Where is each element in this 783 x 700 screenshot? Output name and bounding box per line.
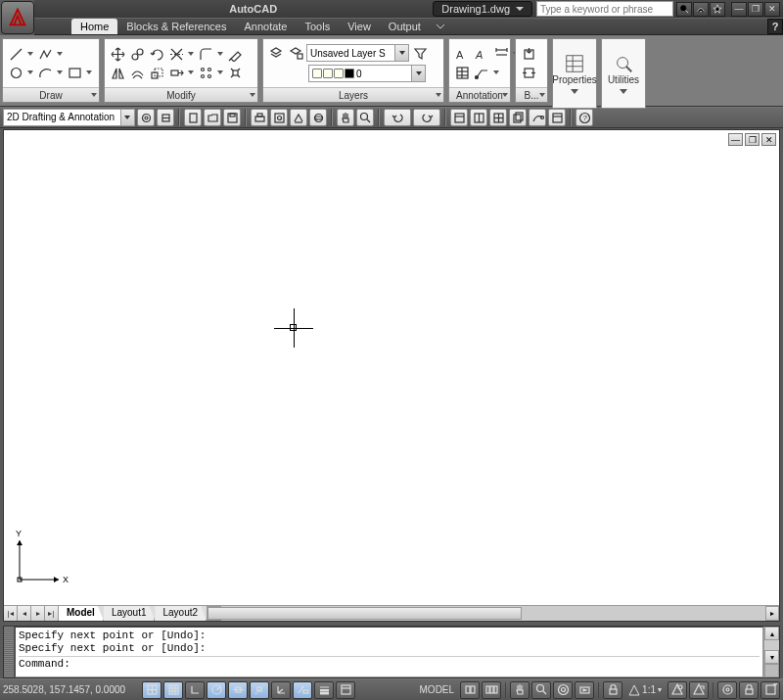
chevron-down-icon[interactable] [394, 45, 408, 61]
undo-icon[interactable] [384, 109, 411, 126]
array-dropdown[interactable] [216, 64, 224, 81]
move-icon[interactable] [109, 45, 126, 63]
zoom-icon[interactable] [356, 109, 374, 126]
polar-toggle[interactable] [207, 681, 226, 699]
otrack-toggle[interactable] [250, 681, 269, 699]
tab-layout2[interactable]: Layout2 [155, 606, 207, 621]
rectangle-icon[interactable] [66, 64, 83, 81]
offset-icon[interactable] [128, 64, 146, 81]
layer-filter-icon[interactable] [411, 44, 429, 62]
tool-palettes-icon[interactable] [489, 109, 507, 126]
layer-state-dropdown[interactable]: Unsaved Layer S [306, 44, 409, 62]
erase-icon[interactable] [226, 45, 244, 63]
create-block-icon[interactable] [520, 64, 537, 81]
properties-button[interactable]: Properties [552, 38, 597, 109]
tab-next-icon[interactable]: ▸ [31, 606, 45, 621]
ortho-toggle[interactable] [185, 681, 205, 699]
doc-close-button[interactable]: ✕ [761, 133, 776, 146]
circle-dropdown[interactable] [26, 64, 34, 81]
redo-icon[interactable] [413, 109, 440, 126]
save-icon[interactable] [223, 109, 241, 126]
publish-icon[interactable] [290, 109, 307, 126]
workspace-switch-icon[interactable] [717, 681, 737, 699]
polyline-icon[interactable] [36, 45, 54, 63]
print-icon[interactable] [251, 109, 268, 126]
annotation-scale[interactable]: 1:1 ▾ [624, 684, 666, 696]
minimize-button[interactable]: — [731, 2, 747, 17]
scroll-down-icon[interactable]: ▾ [764, 650, 779, 664]
toolbar-lock-icon[interactable] [739, 681, 759, 699]
polyline-dropdown[interactable] [56, 45, 64, 63]
line-dropdown[interactable] [26, 45, 34, 63]
trim-dropdown[interactable] [187, 45, 195, 63]
markup-icon[interactable] [529, 109, 546, 126]
tab-model[interactable]: Model [59, 606, 104, 621]
dimension-icon[interactable] [492, 45, 510, 63]
annoscale-lock-icon[interactable] [603, 681, 622, 699]
showmotion-icon[interactable] [575, 681, 594, 699]
tab-layout1[interactable]: Layout1 [104, 606, 156, 621]
help-button[interactable]: ? [767, 19, 783, 34]
design-center-icon[interactable] [470, 109, 487, 126]
chevron-down-icon[interactable] [411, 66, 425, 81]
command-scrollbar[interactable]: ▴ ▾ [763, 627, 779, 677]
dyn-toggle[interactable] [293, 681, 312, 699]
fillet-dropdown[interactable] [216, 45, 224, 63]
copy-icon[interactable] [128, 45, 146, 63]
new-icon[interactable] [184, 109, 202, 126]
help-icon[interactable]: ? [576, 109, 593, 126]
scroll-up-icon[interactable]: ▴ [764, 627, 779, 640]
tab-home[interactable]: Home [71, 19, 117, 34]
favorites-icon[interactable] [710, 2, 725, 17]
open-icon[interactable] [204, 109, 221, 126]
leader-icon[interactable] [473, 64, 490, 81]
tab-last-icon[interactable]: ▸| [45, 606, 59, 621]
scroll-right-icon[interactable]: ▸ [765, 606, 779, 621]
annoauto-toggle[interactable] [689, 681, 709, 699]
lwt-toggle[interactable] [314, 681, 334, 699]
panel-modify-title[interactable]: Modify [105, 87, 257, 102]
panel-annotation-title[interactable]: Annotation [449, 87, 510, 102]
circle-icon[interactable] [7, 64, 24, 81]
stretch-dropdown[interactable] [187, 64, 195, 81]
steering-wheel-icon[interactable] [553, 681, 573, 699]
pan-status-icon[interactable] [510, 681, 530, 699]
quickview-drawings-icon[interactable] [482, 681, 501, 699]
pan-icon[interactable] [337, 109, 354, 126]
workspace-lock-icon[interactable] [157, 109, 174, 126]
tab-prev-icon[interactable]: ◂ [18, 606, 31, 621]
trim-icon[interactable] [167, 45, 185, 63]
utilities-button[interactable]: Utilities [601, 38, 646, 109]
tab-first-icon[interactable]: |◂ [4, 606, 18, 621]
mirror-icon[interactable] [109, 64, 126, 81]
panel-draw-title[interactable]: Draw [3, 87, 99, 102]
text-icon[interactable]: A [473, 45, 490, 63]
array-icon[interactable] [197, 64, 214, 81]
leader-dropdown[interactable] [492, 64, 500, 81]
ribbon-overflow-icon[interactable] [434, 19, 447, 34]
document-tab[interactable]: Drawing1.dwg [433, 1, 532, 17]
scale-icon[interactable] [148, 64, 165, 81]
search-input[interactable] [536, 1, 673, 17]
osnap-toggle[interactable] [228, 681, 248, 699]
explode-icon[interactable] [226, 64, 244, 81]
app-logo[interactable] [1, 1, 34, 34]
arc-dropdown[interactable] [56, 64, 64, 81]
stretch-icon[interactable] [167, 64, 185, 81]
maximize-button[interactable]: ❐ [748, 2, 763, 17]
tab-tools[interactable]: Tools [297, 19, 340, 34]
chevron-down-icon[interactable] [120, 110, 134, 125]
qp-toggle[interactable] [336, 681, 355, 699]
tab-output[interactable]: Output [380, 19, 430, 34]
plot-preview-icon[interactable] [270, 109, 288, 126]
quickview-layouts-icon[interactable] [460, 681, 480, 699]
horizontal-scrollbar[interactable]: ◂ ▸ [207, 606, 779, 621]
doc-minimize-button[interactable]: — [728, 133, 743, 146]
panel-block-title[interactable]: B... [516, 87, 547, 102]
arc-icon[interactable] [36, 64, 54, 81]
quickcalc-icon[interactable] [548, 109, 566, 126]
doc-restore-button[interactable]: ❐ [745, 133, 760, 146]
drawing-area[interactable]: — ❐ ✕ X Y |◂ ◂ ▸ ▸| Model Layout1 Layout… [3, 129, 780, 622]
close-button[interactable]: ✕ [764, 2, 780, 17]
sheetset-icon[interactable] [509, 109, 527, 126]
